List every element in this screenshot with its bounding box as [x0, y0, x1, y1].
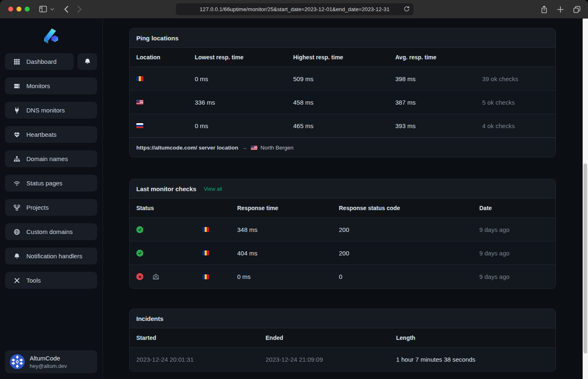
incidents-table-header: Started Ended Length — [130, 328, 555, 348]
heart-pulse-icon — [13, 131, 21, 138]
plug-icon — [13, 107, 21, 114]
column-avg: Avg. resp. time — [395, 54, 482, 61]
sidebar-item-label: Monitors — [26, 82, 50, 89]
response-time: 348 ms — [237, 226, 339, 233]
address-bar[interactable]: 127.0.0.1/66uptime/monitor/25&start_date… — [176, 3, 413, 15]
highest-resp-time: 465 ms — [293, 122, 395, 129]
table-row: 2023-12-24 20:01:31 2023-12-24 21:09:09 … — [130, 348, 555, 371]
sidebar-item-label: Dashboard — [26, 58, 56, 65]
close-window-button[interactable] — [8, 7, 13, 12]
usa-flag — [251, 145, 257, 150]
sidebar-item-notification-handlers[interactable]: Notification handlers — [5, 248, 97, 264]
sidebar-item-label: Projects — [26, 204, 49, 211]
sidebar-item-custom-domains[interactable]: Custom domains — [5, 223, 97, 240]
check-date: 9 days ago — [479, 250, 549, 257]
new-tab-icon[interactable] — [557, 6, 564, 13]
zoom-window-button[interactable] — [25, 7, 30, 12]
server-location-footer: https://altumcode.com/ server location →… — [130, 138, 555, 157]
sidebar-item-label: Status pages — [26, 180, 63, 187]
response-status-code: 200 — [339, 250, 479, 257]
user-email: hey@altum.dev — [30, 363, 67, 369]
avatar — [10, 354, 25, 369]
column-date: Date — [479, 205, 549, 211]
scrollbar-thumb[interactable] — [583, 164, 587, 353]
incidents-card: Incidents Started Ended Length 2023-12-2… — [129, 309, 556, 372]
forward-button — [77, 6, 82, 13]
response-status-code: 0 — [339, 273, 479, 280]
response-time: 404 ms — [237, 250, 339, 257]
sidebar-item-domain-names[interactable]: Domain names — [5, 150, 97, 167]
response-status-code: 200 — [339, 226, 479, 233]
romania-flag — [136, 76, 143, 81]
table-row: 348 ms 200 9 days ago — [130, 218, 555, 241]
toolbar-chevron-down-icon[interactable] — [50, 8, 54, 11]
sidebar-toggle-icon[interactable] — [39, 6, 47, 12]
incident-started: 2023-12-24 20:01:31 — [136, 356, 266, 363]
address-bar-url[interactable]: 127.0.0.1/66uptime/monitor/25&start_date… — [200, 6, 390, 12]
server-location-value: North Bergen — [261, 145, 294, 151]
tools-icon — [13, 277, 21, 284]
server-icon — [13, 83, 21, 89]
main-content: Ping locations Location Lowest resp. tim… — [103, 19, 588, 379]
tab-overview-icon[interactable] — [573, 6, 581, 13]
response-time: 0 ms — [237, 273, 339, 280]
browser-toolbar: 127.0.0.1/66uptime/monitor/25&start_date… — [0, 0, 588, 19]
incident-ended: 2023-12-24 21:09:09 — [266, 356, 396, 363]
last-monitor-checks-title: Last monitor checks — [136, 185, 196, 192]
reload-icon[interactable] — [404, 6, 410, 12]
diagram-icon — [13, 204, 21, 211]
app-body: Dashboard Monitors DNS monitors — [0, 19, 588, 379]
view-all-link[interactable]: View all — [204, 186, 222, 192]
bell-icon — [84, 58, 91, 65]
column-lowest: Lowest resp. time — [195, 54, 293, 61]
notification-sent-icon — [152, 273, 159, 280]
altumcode-logo[interactable] — [5, 27, 97, 46]
ok-checks: 39 ok checks — [482, 75, 549, 82]
avg-resp-time: 393 ms — [395, 122, 482, 129]
ok-checks: 4 ok checks — [482, 122, 549, 129]
ping-locations-title: Ping locations — [136, 35, 179, 42]
status-up-icon — [136, 250, 143, 257]
checks-table-header: Status Response time Response status cod… — [130, 199, 555, 218]
arrow-right-icon: → — [242, 144, 247, 151]
sitemap-icon — [13, 156, 21, 162]
table-row: 0 ms 509 ms 398 ms 39 ok checks — [130, 67, 555, 91]
back-button[interactable] — [64, 6, 68, 13]
grid-icon — [13, 58, 21, 65]
sidebar-item-label: Domain names — [26, 155, 68, 162]
sidebar-item-dashboard[interactable]: Dashboard — [5, 53, 74, 70]
avg-resp-time: 398 ms — [395, 75, 482, 82]
usa-flag — [136, 100, 143, 105]
table-row: 336 ms 458 ms 387 ms 5 ok checks — [130, 91, 555, 114]
status-up-icon — [136, 226, 143, 233]
highest-resp-time: 509 ms — [293, 75, 395, 82]
minimize-window-button[interactable] — [16, 7, 21, 12]
vertical-scrollbar[interactable] — [583, 19, 588, 379]
wifi-icon — [13, 180, 21, 187]
sidebar-item-monitors[interactable]: Monitors — [5, 77, 97, 94]
sidebar-item-heartbeats[interactable]: Heartbeats — [5, 126, 97, 143]
safari-window: 127.0.0.1/66uptime/monitor/25&start_date… — [0, 0, 588, 379]
sidebar-item-label: Notification handlers — [26, 253, 82, 260]
column-status: Status — [136, 205, 237, 211]
user-account-card[interactable]: AltumCode hey@altum.dev — [5, 350, 97, 373]
sidebar-item-dns-monitors[interactable]: DNS monitors — [5, 102, 97, 119]
sidebar-item-tools[interactable]: Tools — [5, 272, 97, 289]
share-icon[interactable] — [541, 5, 548, 14]
status-down-icon — [136, 273, 143, 280]
column-location: Location — [136, 54, 195, 61]
ok-checks: 5 ok checks — [482, 99, 549, 106]
sidebar-item-label: Custom domains — [26, 228, 73, 235]
traffic-lights — [8, 7, 30, 12]
column-length: Length — [396, 335, 549, 341]
avg-resp-time: 387 ms — [395, 99, 482, 106]
incidents-title: Incidents — [136, 315, 163, 322]
lowest-resp-time: 336 ms — [195, 99, 293, 106]
sidebar-notifications-button[interactable] — [77, 53, 97, 70]
romania-flag — [202, 250, 209, 255]
table-row: 404 ms 200 9 days ago — [130, 241, 555, 265]
sidebar-item-status-pages[interactable]: Status pages — [5, 175, 97, 192]
sidebar-item-projects[interactable]: Projects — [5, 199, 97, 216]
romania-flag — [202, 227, 209, 232]
last-monitor-checks-card: Last monitor checks View all Status Resp… — [129, 179, 556, 289]
